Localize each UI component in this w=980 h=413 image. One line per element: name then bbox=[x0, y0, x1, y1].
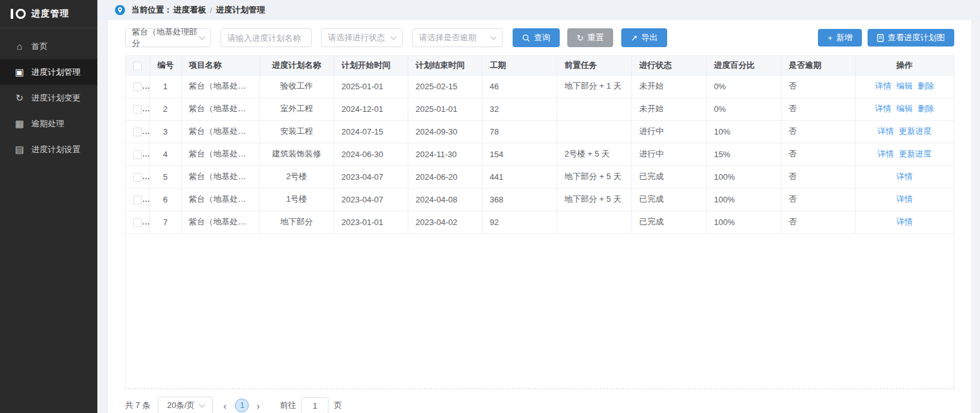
reset-button[interactable]: ↻ 重置 bbox=[567, 28, 613, 47]
row-checkbox[interactable] bbox=[133, 82, 142, 91]
row-checkbox[interactable] bbox=[133, 195, 142, 204]
cell-start: 2023-04-07 bbox=[334, 165, 408, 188]
plan-name-input[interactable] bbox=[220, 28, 312, 47]
action-link-edit[interactable]: 编辑 bbox=[896, 104, 913, 113]
row-checkbox[interactable] bbox=[133, 128, 142, 136]
cell-start: 2025-01-01 bbox=[334, 75, 408, 97]
page-number-1[interactable]: 1 bbox=[235, 399, 249, 412]
cell-percent: 15% bbox=[706, 143, 781, 165]
action-link-detail[interactable]: 详情 bbox=[896, 217, 913, 226]
cell-status: 进行中 bbox=[631, 143, 706, 165]
column-header: 计划开始时间 bbox=[334, 56, 408, 75]
cell-no: 7 bbox=[150, 211, 181, 233]
table-row: 3紫台（地基处理...安装工程2024-07-152024-09-3078进行中… bbox=[126, 120, 954, 143]
chevron-down-icon bbox=[199, 33, 205, 40]
sidebar-item-label: 逾期处理 bbox=[31, 118, 64, 129]
next-page-button[interactable]: › bbox=[253, 400, 263, 411]
page-size-select[interactable]: 20条/页 bbox=[158, 397, 213, 413]
cell-actions: 详情 bbox=[855, 211, 954, 233]
row-checkbox[interactable] bbox=[133, 105, 142, 114]
action-link-update-progress[interactable]: 更新进度 bbox=[899, 126, 932, 136]
cell-project: 紫台（地基处理... bbox=[181, 120, 259, 143]
cell-duration: 32 bbox=[482, 97, 557, 120]
cell-pre bbox=[557, 120, 631, 143]
cell-plan: 安装工程 bbox=[259, 120, 334, 143]
prev-page-button[interactable]: ‹ bbox=[219, 400, 230, 411]
view-plan-chart-label: 查看进度计划图 bbox=[888, 32, 945, 43]
table-row: 7紫台（地基处理...地下部分2023-01-012023-04-0292已完成… bbox=[126, 211, 954, 233]
column-header: 是否逾期 bbox=[781, 56, 855, 75]
action-link-delete[interactable]: 删除 bbox=[918, 104, 934, 113]
cell-overdue: 否 bbox=[781, 165, 855, 188]
cell-overdue: 否 bbox=[781, 97, 855, 120]
plus-icon: + bbox=[827, 34, 832, 42]
sidebar-item-plan-management[interactable]: ▣进度计划管理 bbox=[0, 59, 97, 85]
status-select[interactable]: 请选择进行状态 bbox=[321, 28, 403, 47]
cell-duration: 92 bbox=[482, 211, 557, 233]
action-link-detail[interactable]: 详情 bbox=[896, 172, 913, 181]
column-header: 工期 bbox=[482, 56, 557, 75]
select-all-checkbox[interactable] bbox=[133, 62, 142, 70]
cell-actions: 详情更新进度 bbox=[855, 120, 954, 143]
chevron-down-icon bbox=[391, 33, 397, 40]
breadcrumb-item-dashboard[interactable]: 进度看板 bbox=[173, 4, 206, 16]
cell-no: 3 bbox=[150, 120, 181, 143]
action-link-detail[interactable]: 详情 bbox=[875, 104, 891, 113]
add-button-label: 新增 bbox=[836, 32, 852, 43]
cell-actions: 详情编辑删除 bbox=[855, 75, 954, 97]
cell-end: 2025-01-01 bbox=[408, 97, 482, 120]
cell-percent: 10% bbox=[706, 120, 781, 143]
row-checkbox[interactable] bbox=[133, 173, 142, 182]
page-unit-label: 页 bbox=[334, 400, 342, 411]
project-select[interactable]: 紫台（地基处理部分 bbox=[125, 28, 211, 47]
view-plan-chart-button[interactable]: 查看进度计划图 bbox=[868, 29, 954, 47]
action-link-detail[interactable]: 详情 bbox=[875, 81, 891, 91]
cell-status: 已完成 bbox=[631, 211, 706, 233]
goto-page-input[interactable] bbox=[301, 397, 329, 413]
cell-pre: 地下部分 + 1 天 bbox=[557, 75, 631, 97]
cell-project: 紫台（地基处理... bbox=[181, 211, 259, 233]
cell-start: 2023-04-07 bbox=[334, 188, 408, 211]
cell-end: 2023-04-02 bbox=[408, 211, 482, 233]
sidebar-item-home[interactable]: ⌂首页 bbox=[0, 33, 97, 59]
cell-no: 2 bbox=[150, 97, 181, 120]
cell-start: 2024-06-30 bbox=[334, 143, 408, 165]
table-row: 1紫台（地基处理...验收工作2025-01-012025-02-1546地下部… bbox=[126, 75, 954, 97]
action-link-detail[interactable]: 详情 bbox=[878, 149, 894, 158]
sidebar-item-label: 首页 bbox=[31, 41, 48, 52]
action-link-detail[interactable]: 详情 bbox=[896, 194, 913, 204]
row-checkbox[interactable] bbox=[133, 150, 142, 159]
cell-project: 紫台（地基处理... bbox=[181, 75, 259, 97]
cell-pre: 2号楼 + 5 天 bbox=[557, 143, 631, 165]
logo-icon bbox=[11, 9, 26, 19]
action-link-delete[interactable]: 删除 bbox=[918, 81, 934, 91]
action-link-edit[interactable]: 编辑 bbox=[896, 81, 913, 91]
add-button[interactable]: + 新增 bbox=[818, 29, 862, 47]
cell-status: 未开始 bbox=[631, 97, 706, 120]
sidebar-item-plan-change[interactable]: ↻进度计划变更 bbox=[0, 85, 97, 111]
total-count: 共 7 条 bbox=[125, 400, 150, 411]
cell-end: 2025-02-15 bbox=[408, 75, 482, 97]
export-arrow-icon: ↗ bbox=[631, 34, 638, 42]
sidebar-item-overdue-handling[interactable]: ▦逾期处理 bbox=[0, 111, 97, 136]
cell-duration: 78 bbox=[482, 120, 557, 143]
table-row: 2紫台（地基处理...室外工程2024-12-012025-01-0132未开始… bbox=[126, 97, 954, 120]
cell-plan: 验收工作 bbox=[259, 75, 334, 97]
export-button[interactable]: ↗ 导出 bbox=[621, 28, 667, 47]
chevron-down-icon bbox=[199, 401, 205, 407]
column-header: 计划结束时间 bbox=[408, 56, 482, 75]
status-select-placeholder: 请选择进行状态 bbox=[328, 32, 385, 43]
table-header-row: 编号项目名称进度计划名称计划开始时间计划结束时间工期前置任务进行状态进度百分比是… bbox=[126, 56, 954, 75]
cell-status: 已完成 bbox=[631, 188, 706, 211]
sidebar-item-label: 进度计划设置 bbox=[31, 144, 80, 155]
sidebar-item-plan-settings[interactable]: ▤进度计划设置 bbox=[0, 136, 97, 162]
action-link-detail[interactable]: 详情 bbox=[878, 126, 894, 136]
row-checkbox[interactable] bbox=[133, 218, 142, 227]
cell-project: 紫台（地基处理... bbox=[181, 188, 259, 211]
breadcrumb-item-current: 进度计划管理 bbox=[216, 4, 265, 16]
cell-plan: 室外工程 bbox=[259, 97, 334, 120]
search-button[interactable]: 查询 bbox=[513, 28, 560, 47]
overdue-select[interactable]: 请选择是否逾期 bbox=[412, 28, 503, 47]
search-icon bbox=[522, 34, 530, 42]
action-link-update-progress[interactable]: 更新进度 bbox=[899, 149, 932, 158]
